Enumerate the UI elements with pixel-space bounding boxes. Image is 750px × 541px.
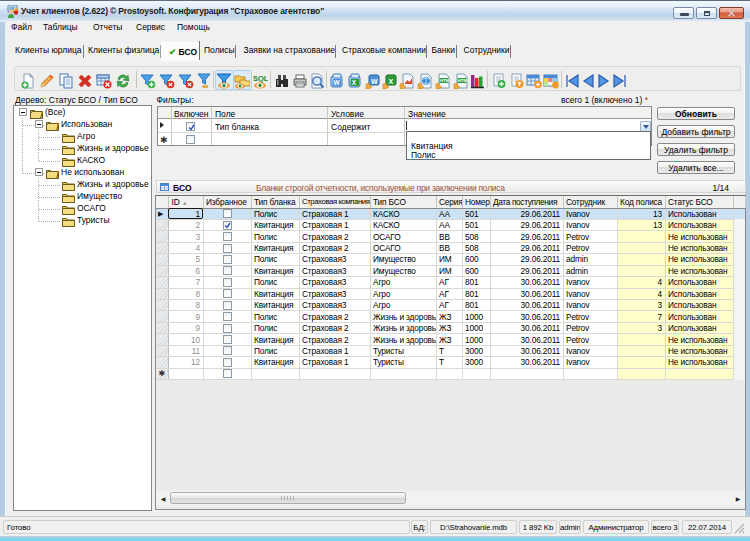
svg-text:X: X <box>352 79 357 86</box>
svg-text:SQL: SQL <box>253 74 268 83</box>
svg-text:HTM: HTM <box>458 78 468 83</box>
svg-text:X: X <box>389 78 394 85</box>
svg-text:W: W <box>371 78 378 85</box>
svg-text:HTM: HTM <box>440 78 450 83</box>
svg-text:W: W <box>334 79 341 86</box>
